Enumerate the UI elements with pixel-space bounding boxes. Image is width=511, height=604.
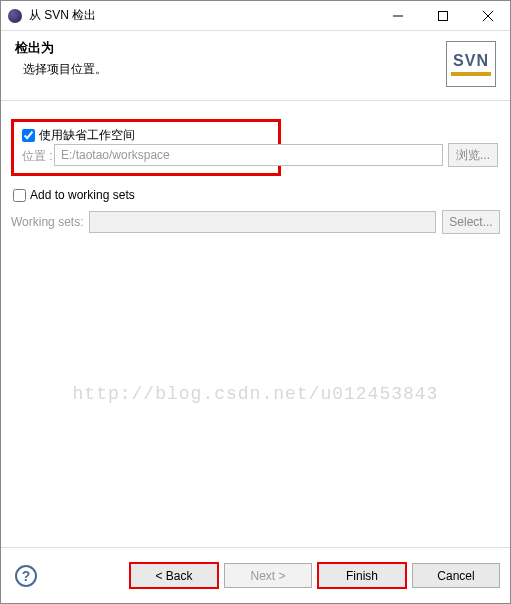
cancel-button[interactable]: Cancel	[412, 563, 500, 588]
svg-rect-1	[438, 11, 447, 20]
minimize-button[interactable]	[375, 1, 420, 31]
working-sets-combo	[89, 211, 436, 233]
location-input	[54, 144, 443, 166]
titlebar: 从 SVN 检出	[1, 1, 510, 31]
app-icon	[7, 8, 23, 24]
dialog-window: 从 SVN 检出 检出为 选择项目位置。 SVN 使用缺省工作空间 位置 :	[0, 0, 511, 604]
window-title: 从 SVN 检出	[29, 7, 96, 24]
working-sets-label: Working sets:	[11, 215, 83, 229]
back-button[interactable]: < Back	[130, 563, 218, 588]
wizard-footer: ? < Back Next > Finish Cancel	[1, 547, 510, 603]
close-button[interactable]	[465, 1, 510, 31]
finish-button[interactable]: Finish	[318, 563, 406, 588]
svn-logo-icon: SVN	[446, 41, 496, 87]
add-to-working-sets-label: Add to working sets	[30, 188, 135, 202]
next-button: Next >	[224, 563, 312, 588]
maximize-button[interactable]	[420, 1, 465, 31]
working-sets-select-button: Select...	[442, 210, 500, 234]
wizard-header: 检出为 选择项目位置。 SVN	[1, 31, 510, 101]
help-button[interactable]: ?	[15, 565, 37, 587]
page-subtitle: 选择项目位置。	[23, 61, 496, 78]
page-title: 检出为	[15, 39, 496, 57]
wizard-content: 使用缺省工作空间 位置 : 浏览... Add to working sets …	[1, 101, 510, 547]
browse-button: 浏览...	[448, 143, 498, 167]
add-to-working-sets-checkbox[interactable]	[13, 189, 26, 202]
use-default-workspace-label: 使用缺省工作空间	[39, 127, 135, 144]
watermark-text: http://blog.csdn.net/u012453843	[1, 384, 510, 404]
use-default-workspace-checkbox[interactable]	[22, 129, 35, 142]
location-label: 位置 :	[22, 148, 53, 165]
